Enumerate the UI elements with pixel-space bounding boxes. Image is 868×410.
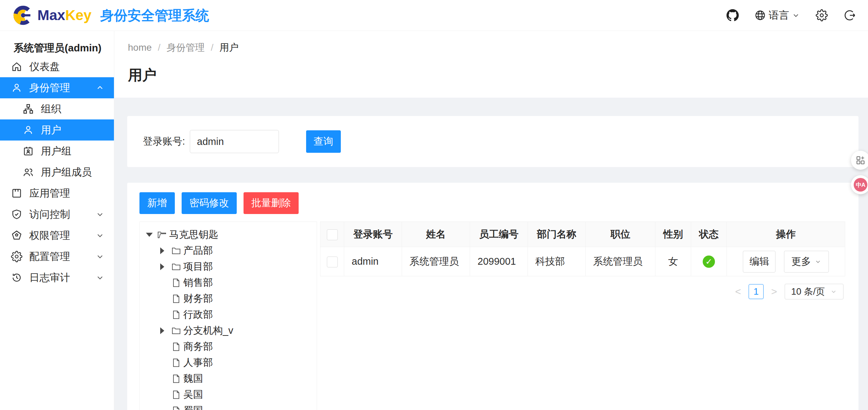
col-actions: 操作 (727, 222, 845, 247)
change-password-button[interactable]: 密码修改 (182, 192, 237, 214)
tree-node-root[interactable]: 马克思钥匙 (140, 227, 317, 243)
cell-gender: 女 (655, 247, 691, 276)
file-icon (171, 374, 181, 384)
translate-widget-button[interactable]: 中A (851, 175, 868, 194)
pagination: < 1 > 10 条/页 (320, 284, 846, 299)
sidebar-item-group-members[interactable]: 用户组成员 (0, 162, 114, 183)
col-gender: 性别 (655, 222, 691, 247)
more-button[interactable]: 更多 (784, 251, 829, 273)
col-login-account: 登录账号 (344, 222, 402, 247)
select-all-checkbox[interactable] (327, 229, 338, 240)
row-checkbox-cell (320, 247, 344, 276)
sidebar: 系统管理员(admin) 仪表盘 身份管理 组织 用户 用户组 用户组成员 (0, 31, 114, 410)
caret-right-icon[interactable] (160, 263, 171, 270)
caret-down-icon[interactable] (146, 233, 157, 237)
github-button[interactable] (727, 9, 739, 21)
tree-node[interactable]: 分支机构_v (140, 323, 317, 339)
cell-actions: 编辑 更多 (727, 247, 845, 276)
sidebar-menu: 仪表盘 身份管理 组织 用户 用户组 用户组成员 应用管理 (0, 56, 114, 288)
chevron-down-icon (792, 11, 800, 19)
file-icon (171, 278, 181, 288)
login-account-input[interactable] (190, 130, 279, 153)
page-size-select[interactable]: 10 条/页 (785, 284, 844, 299)
tree-node[interactable]: 魏国 (140, 371, 317, 387)
extension-widget-button[interactable] (851, 151, 868, 170)
query-button[interactable]: 查询 (306, 130, 341, 153)
tree-node[interactable]: 行政部 (140, 307, 317, 323)
current-user-label: 系统管理员(admin) (0, 31, 114, 55)
caret-right-icon[interactable] (160, 247, 171, 254)
file-icon (171, 294, 181, 304)
logout-button[interactable] (844, 9, 856, 21)
row-checkbox[interactable] (327, 257, 338, 267)
header-checkbox-cell (320, 222, 344, 247)
settings-button[interactable] (816, 9, 828, 21)
sidebar-item-organization[interactable]: 组织 (0, 98, 114, 119)
add-button[interactable]: 新增 (139, 192, 175, 214)
sidebar-item-identity-management[interactable]: 身份管理 (0, 77, 114, 98)
table-header-row: 登录账号 姓名 员工编号 部门名称 职位 性别 状态 操作 (320, 222, 845, 247)
sidebar-item-dashboard[interactable]: 仪表盘 (0, 56, 114, 77)
tree-node[interactable]: 人事部 (140, 355, 317, 371)
tree-node[interactable]: 产品部 (140, 243, 317, 259)
file-icon (171, 342, 181, 352)
col-department: 部门名称 (528, 222, 586, 247)
cell-department: 科技部 (528, 247, 586, 276)
prev-page-button[interactable]: < (733, 286, 743, 297)
language-label: 语言 (769, 9, 789, 22)
file-icon (171, 358, 181, 368)
apps-sparkle-icon (855, 155, 866, 165)
folder-icon (171, 326, 181, 336)
sidebar-item-user-groups[interactable]: 用户组 (0, 141, 114, 162)
language-switcher[interactable]: 语言 (754, 9, 800, 22)
tree-node[interactable]: 蜀国 (140, 403, 317, 410)
chevron-down-icon (96, 210, 104, 219)
tree-node[interactable]: 项目部 (140, 259, 317, 275)
user-icon (22, 124, 34, 136)
cell-position: 系统管理员 (586, 247, 655, 276)
page-1-button[interactable]: 1 (749, 284, 764, 299)
sidebar-item-app-management[interactable]: 应用管理 (0, 183, 114, 204)
users-table-wrap: 登录账号 姓名 员工编号 部门名称 职位 性别 状态 操作 (320, 222, 846, 299)
maxkey-logo-icon (12, 4, 34, 26)
tree-node[interactable]: 销售部 (140, 275, 317, 291)
breadcrumb-separator: / (158, 42, 161, 53)
edit-button[interactable]: 编辑 (743, 251, 775, 273)
col-status: 状态 (691, 222, 727, 247)
breadcrumb-identity[interactable]: 身份管理 (167, 41, 205, 54)
org-cluster-icon (22, 103, 34, 115)
sidebar-item-users[interactable]: 用户 (0, 119, 114, 141)
history-clock-icon (11, 272, 22, 283)
col-employee-id: 员工编号 (470, 222, 528, 247)
tree-node[interactable]: 商务部 (140, 339, 317, 355)
col-name: 姓名 (402, 222, 470, 247)
org-tree: 马克思钥匙 产品部 项目部 销售部 (139, 222, 317, 410)
sidebar-item-access-control[interactable]: 访问控制 (0, 204, 114, 225)
gear-icon (816, 9, 828, 21)
chevron-down-icon (830, 288, 837, 295)
chevron-down-icon (96, 252, 104, 261)
next-page-button[interactable]: > (769, 286, 779, 297)
tree-node[interactable]: 吴国 (140, 387, 317, 403)
status-enabled-icon: ✓ (703, 256, 715, 268)
breadcrumb-home[interactable]: home (128, 42, 152, 53)
user-icon (11, 82, 22, 94)
page-header: home / 身份管理 / 用户 用户 (114, 31, 868, 98)
caret-right-icon[interactable] (160, 327, 171, 334)
team-icon (22, 166, 34, 178)
tree-node[interactable]: 财务部 (140, 291, 317, 307)
sidebar-item-permission-management[interactable]: 权限管理 (0, 225, 114, 246)
sidebar-item-log-audit[interactable]: 日志审计 (0, 267, 114, 288)
file-icon (171, 406, 181, 410)
folder-icon (171, 262, 181, 272)
page-title: 用户 (128, 66, 854, 85)
search-panel: 登录账号: 查询 (127, 116, 858, 167)
brand-logo[interactable]: MaxKey 身份安全管理系统 (12, 4, 209, 26)
chevron-down-icon (96, 273, 104, 282)
logout-icon (844, 9, 856, 21)
cell-account: admin (344, 247, 402, 276)
sidebar-item-config-management[interactable]: 配置管理 (0, 246, 114, 267)
login-account-label: 登录账号: (143, 135, 185, 148)
batch-delete-button[interactable]: 批量删除 (244, 192, 299, 214)
chevron-up-icon (96, 83, 104, 92)
